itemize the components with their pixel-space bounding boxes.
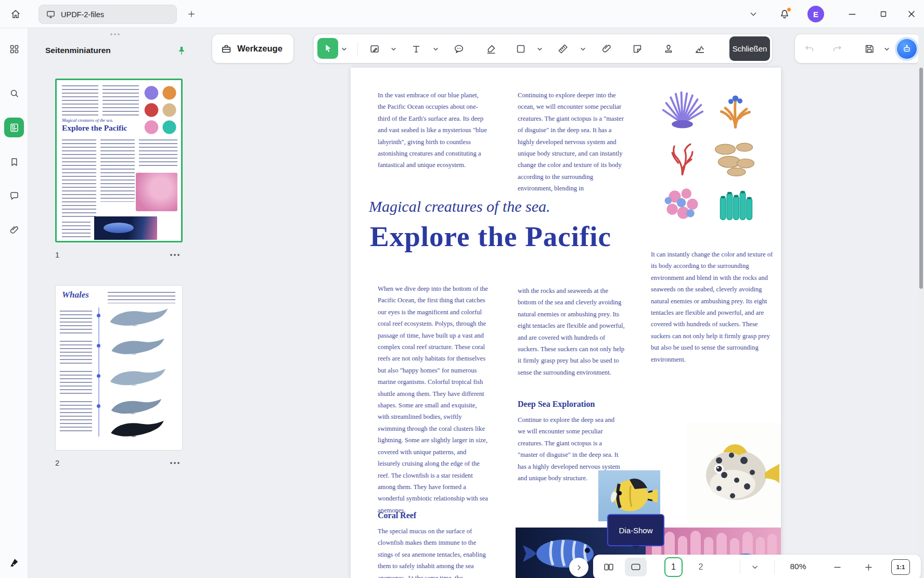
- mini-text-block: [62, 139, 96, 219]
- mini-fish-image: [94, 216, 157, 240]
- tooltip-arrow: [632, 546, 639, 550]
- minimize-button[interactable]: [842, 4, 863, 24]
- toolbox-icon: [221, 43, 232, 55]
- text-tool-dropdown[interactable]: [431, 45, 440, 53]
- current-page-button[interactable]: 1: [664, 557, 683, 577]
- highlighter-tool-button[interactable]: [482, 40, 500, 58]
- coral-reef-paragraph: The special mucus on the surface of clow…: [378, 525, 492, 578]
- pdf-page[interactable]: In the vast embrace of our blue planet, …: [351, 68, 781, 578]
- mini-text-block: [100, 139, 135, 202]
- expand-bar-button[interactable]: [569, 558, 588, 577]
- page-thumbnail-1[interactable]: Magical creatures of the sea. Explore th…: [55, 79, 183, 242]
- redo-button[interactable]: [828, 40, 846, 58]
- bookmark-icon: [9, 157, 20, 168]
- sidebar-updf-logo[interactable]: [4, 553, 24, 572]
- page-thumbnail-2[interactable]: Whales: [55, 285, 183, 451]
- mini-subtitle: Magical creatures of the sea.: [62, 118, 113, 123]
- edit-tool-icon: [369, 43, 380, 55]
- page-more-button[interactable]: [168, 458, 183, 468]
- titlebar: UPDF-2-files E: [0, 0, 924, 28]
- mini-text-block: [60, 401, 92, 431]
- search-icon: [9, 88, 20, 99]
- chevron-down-icon: [341, 46, 347, 52]
- measure-tool-icon: [557, 43, 569, 55]
- close-editor-button[interactable]: Schließen: [729, 36, 770, 61]
- doc-right-column: It can instantly change the color and te…: [651, 249, 775, 365]
- pin-panel-button[interactable]: [174, 43, 189, 58]
- mini-coral-grid: [143, 84, 177, 134]
- home-button[interactable]: [5, 4, 26, 24]
- actual-size-button[interactable]: 1:1: [891, 559, 910, 575]
- chevron-down-icon: [580, 46, 586, 52]
- attachment-tool-button[interactable]: [597, 40, 616, 58]
- shapes-tool-button[interactable]: [511, 40, 530, 58]
- mini-text-block: [108, 292, 175, 303]
- more-icon: [170, 462, 181, 464]
- chevron-down-icon: [391, 46, 396, 52]
- select-tool-button[interactable]: [317, 38, 338, 59]
- page-list-dropdown[interactable]: [746, 558, 764, 576]
- main-toolbar: Schließen: [314, 34, 772, 63]
- edit-tool-button[interactable]: [365, 40, 384, 58]
- pink-blue-coral-image: [657, 181, 708, 225]
- sidebar-item-page-thumbnails[interactable]: [4, 118, 24, 137]
- sidebar-item-attachments[interactable]: [4, 220, 24, 240]
- tools-menu-button[interactable]: Werkzeuge: [212, 34, 293, 63]
- left-icon-rail: [0, 28, 28, 578]
- red-branch-coral-image: [657, 135, 708, 178]
- document-tab[interactable]: UPDF-2-files: [38, 5, 177, 24]
- page-spread-button[interactable]: [599, 558, 618, 576]
- mini-text-block: [102, 85, 139, 115]
- account-avatar[interactable]: E: [807, 6, 824, 22]
- updf-logo-icon: [8, 557, 20, 568]
- chevron-down-icon: [748, 9, 759, 19]
- sidebar-item-search[interactable]: [4, 83, 24, 103]
- edit-tool-dropdown[interactable]: [389, 45, 397, 53]
- undo-button[interactable]: [800, 40, 819, 58]
- close-window-button[interactable]: [901, 4, 922, 24]
- new-tab-button[interactable]: [184, 7, 199, 21]
- stamp-tool-icon: [663, 43, 674, 55]
- comment-tool-button[interactable]: [450, 40, 468, 58]
- comment-bubble-icon: [9, 190, 20, 201]
- ai-assistant-button[interactable]: [897, 39, 917, 59]
- zoom-in-button[interactable]: [859, 558, 878, 576]
- text-tool-button[interactable]: [407, 40, 426, 58]
- plus-icon: [187, 9, 196, 19]
- notifications-button[interactable]: [774, 4, 795, 24]
- mini-text-block: [60, 311, 92, 333]
- shapes-tool-dropdown[interactable]: [535, 45, 544, 53]
- zoom-out-button[interactable]: [828, 558, 846, 576]
- mini-page2-title: Whales: [62, 290, 89, 300]
- scrollbar-thumb[interactable]: [919, 68, 923, 289]
- save-dropdown[interactable]: [882, 45, 891, 53]
- measure-tool-dropdown[interactable]: [579, 45, 587, 53]
- chevron-down-icon: [537, 46, 543, 52]
- shapes-tool-icon: [515, 43, 527, 55]
- thumbnail-1-row: 1: [55, 249, 183, 261]
- stamp-tool-button[interactable]: [659, 40, 678, 58]
- page-more-button[interactable]: [168, 250, 183, 260]
- select-tool-dropdown[interactable]: [340, 45, 348, 53]
- measure-tool-button[interactable]: [554, 40, 572, 58]
- bar-divider: [774, 560, 775, 574]
- next-page-button[interactable]: 2: [693, 557, 709, 577]
- maximize-button[interactable]: [873, 4, 894, 24]
- titlebar-collapse-button[interactable]: [743, 4, 764, 24]
- sidebar-item-apps[interactable]: [4, 39, 24, 59]
- history-save-group: [795, 34, 921, 63]
- slideshow-button[interactable]: [625, 558, 647, 576]
- panel-drag-handle[interactable]: [110, 33, 121, 35]
- sticker-tool-button[interactable]: [628, 40, 647, 58]
- save-button[interactable]: [860, 40, 879, 58]
- current-page-number: 1: [671, 562, 676, 571]
- attachment-tool-icon: [601, 43, 612, 55]
- coral-reef-heading: Coral Reef: [378, 511, 416, 520]
- doc-title: Explore the Pacific: [370, 220, 611, 253]
- signature-tool-button[interactable]: [690, 40, 709, 58]
- sidebar-item-bookmarks[interactable]: [4, 152, 24, 172]
- maximize-icon: [879, 9, 888, 19]
- sidebar-item-comments[interactable]: [4, 186, 24, 205]
- mushroom-coral-image: [710, 135, 761, 178]
- page-thumbnails-panel: Seitenminiaturen Magical creatures of th…: [28, 28, 204, 578]
